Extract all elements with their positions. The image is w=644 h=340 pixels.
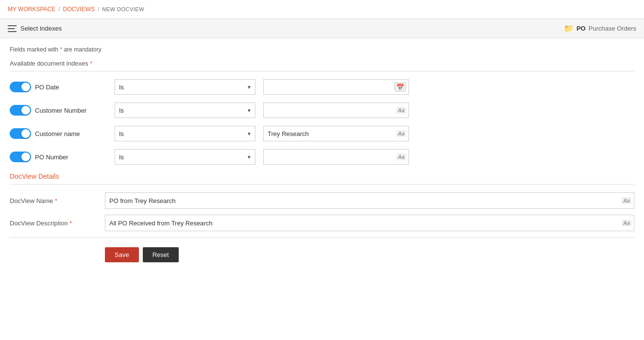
customer-name-label: Customer name <box>35 130 80 137</box>
customer-number-toggle-container: Customer Number <box>10 105 107 116</box>
index-row-po-date: PO Date Is Is Not Contains Starts With E… <box>10 79 634 95</box>
mandatory-note: Fields marked with * are mandatory <box>10 46 634 53</box>
action-buttons: Save Reset <box>10 247 634 262</box>
breadcrumb-workspace[interactable]: MY WORKSPACE <box>8 6 55 13</box>
docview-description-input[interactable] <box>105 215 634 231</box>
po-date-condition-wrapper: Is Is Not Contains Starts With Ends With… <box>115 79 255 95</box>
po-date-condition-select[interactable]: Is Is Not Contains Starts With Ends With <box>115 79 255 95</box>
customer-name-toggle[interactable] <box>10 128 31 139</box>
customer-number-toggle[interactable] <box>10 105 31 116</box>
customer-name-condition-select[interactable]: Is Is Not Contains Starts With Ends With <box>115 126 255 141</box>
po-number-value-wrapper: Aa <box>263 149 409 165</box>
index-row-customer-number: Customer Number Is Is Not Contains Start… <box>10 102 634 118</box>
po-number-condition-wrapper: Is Is Not Contains Starts With Ends With… <box>115 149 255 165</box>
main-content: Fields marked with * are mandatory Avail… <box>0 38 644 270</box>
top-bar-left: Select Indexes <box>8 25 62 32</box>
customer-number-condition-select[interactable]: Is Is Not Contains Starts With Ends With <box>115 102 255 118</box>
breadcrumb-sep2: / <box>98 6 99 13</box>
save-button[interactable]: Save <box>105 247 139 262</box>
customer-number-value-input[interactable] <box>263 102 409 118</box>
breadcrumb-docviews[interactable]: DOCVIEWS <box>63 6 95 13</box>
reset-button[interactable]: Reset <box>143 247 179 262</box>
docview-details-title: DocView Details <box>10 172 634 180</box>
docview-description-input-wrapper: Aa <box>105 215 634 231</box>
po-sub-label: Purchase Orders <box>589 25 636 32</box>
divider-1 <box>10 71 634 71</box>
customer-number-condition-wrapper: Is Is Not Contains Starts With Ends With… <box>115 102 255 118</box>
index-row-po-number: PO Number Is Is Not Contains Starts With… <box>10 149 634 165</box>
customer-number-label: Customer Number <box>35 107 86 114</box>
top-bar: Select Indexes 📁 PO Purchase Orders <box>0 19 644 38</box>
index-row-customer-name: Customer name Is Is Not Contains Starts … <box>10 126 634 141</box>
breadcrumb: MY WORKSPACE / DOCVIEWS / NEW DOCVIEW <box>0 0 644 19</box>
po-date-toggle-container: PO Date <box>10 82 107 92</box>
po-number-value-input[interactable] <box>263 149 409 165</box>
po-date-label: PO Date <box>35 84 59 91</box>
customer-name-value-wrapper: Aa <box>263 126 409 141</box>
divider-2 <box>10 184 634 185</box>
po-number-toggle[interactable] <box>10 152 31 162</box>
po-date-toggle[interactable] <box>10 82 31 92</box>
customer-number-value-wrapper: Aa <box>263 102 409 118</box>
po-date-value-wrapper: 📅 <box>263 79 409 95</box>
folder-icon: 📁 <box>564 24 574 33</box>
po-number-toggle-container: PO Number <box>10 152 107 162</box>
divider-3 <box>10 237 634 238</box>
docview-name-label: DocView Name * <box>10 197 97 204</box>
po-number-condition-select[interactable]: Is Is Not Contains Starts With Ends With <box>115 149 255 165</box>
docview-description-label: DocView Description * <box>10 220 97 227</box>
customer-name-value-input[interactable] <box>263 126 409 141</box>
po-number-label: PO Number <box>35 153 68 161</box>
po-date-calendar-icon[interactable]: 📅 <box>394 83 406 92</box>
po-label: PO <box>576 25 586 32</box>
docview-name-input-wrapper: Aa <box>105 192 634 209</box>
breadcrumb-sep1: / <box>58 6 60 13</box>
breadcrumb-current: NEW DOCVIEW <box>102 6 144 12</box>
docview-description-row: DocView Description * Aa <box>10 215 634 231</box>
docview-name-row: DocView Name * Aa <box>10 192 634 209</box>
customer-name-condition-wrapper: Is Is Not Contains Starts With Ends With… <box>115 126 255 141</box>
po-date-value-input[interactable] <box>263 79 409 95</box>
select-indexes-label: Select Indexes <box>20 25 62 32</box>
list-icon <box>8 25 17 32</box>
docview-name-input[interactable] <box>105 192 634 209</box>
available-indexes-label: Available document indexes * <box>10 60 634 67</box>
top-bar-right: 📁 PO Purchase Orders <box>564 24 636 33</box>
customer-name-toggle-container: Customer name <box>10 128 107 139</box>
